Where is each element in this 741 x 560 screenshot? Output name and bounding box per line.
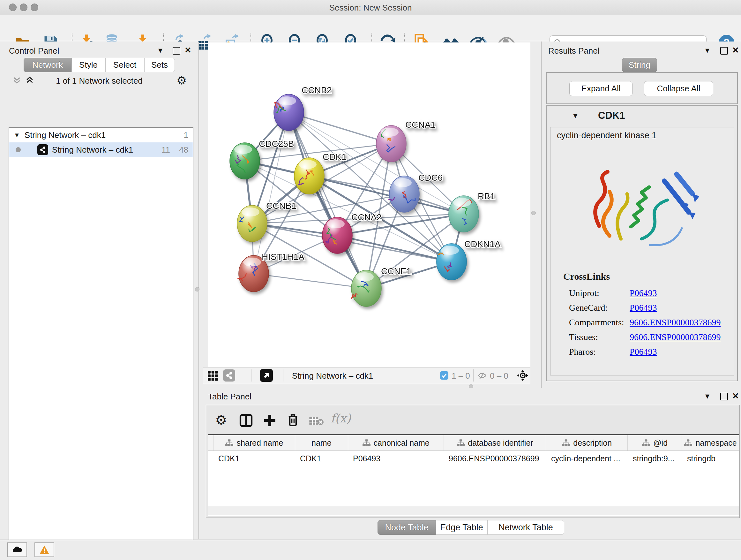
node-count: 11 [161, 145, 170, 155]
column-header-label: @id [653, 438, 668, 448]
horizontal-scrollbar[interactable] [208, 506, 739, 515]
crosslink-label: GeneCard: [569, 303, 630, 313]
column-header[interactable]: namespace [682, 435, 739, 450]
panel-float-icon[interactable] [720, 393, 728, 400]
splitter-handle[interactable] [195, 287, 199, 292]
column-type-icon [456, 439, 465, 447]
panel-close-icon[interactable]: ✕ [185, 45, 192, 55]
network-edge[interactable] [254, 273, 366, 288]
network-node-CDK1[interactable]: CDK1 [294, 152, 347, 194]
gene-description: cyclin-dependent kinase 1 [557, 131, 657, 140]
column-header-label: namespace [695, 438, 737, 448]
string-view-icon[interactable] [223, 369, 235, 381]
table-cell[interactable]: 9606.ENSP00000378699 [444, 451, 546, 466]
create-column-icon[interactable] [263, 414, 276, 428]
tab-style[interactable]: Style [71, 58, 105, 72]
tab-sets[interactable]: Sets [144, 58, 175, 72]
toolbar-separator [473, 369, 474, 381]
table-cell[interactable]: CDK1 [213, 451, 295, 466]
network-node-CCNE1[interactable]: CCNE1 [351, 266, 411, 307]
network-node-HIST1H1A[interactable]: HIST1H1A [238, 252, 305, 292]
crosslink-link[interactable]: P06493 [630, 347, 657, 357]
column-header[interactable]: canonical name [348, 435, 444, 450]
network-canvas[interactable]: CCNB2CCNA1CDC25BCDK1CDC6RB1CCNB1CCNA2CDK… [208, 43, 530, 367]
column-header[interactable]: database identifier [444, 435, 546, 450]
birds-eye-view-icon[interactable] [260, 369, 273, 382]
collapse-triangle-icon[interactable]: ▼ [14, 132, 20, 139]
tab-string[interactable]: String [622, 58, 657, 72]
network-edge[interactable] [289, 112, 366, 288]
warning-icon [39, 545, 50, 555]
node-table[interactable]: shared namenamecanonical namedatabase id… [208, 434, 739, 516]
column-header-label: canonical name [374, 438, 429, 448]
network-edge[interactable] [337, 235, 452, 262]
gene-detail-box: cyclin-dependent kinase 1 [550, 127, 734, 375]
panel-float-icon[interactable] [720, 47, 728, 55]
warning-button[interactable] [35, 543, 54, 557]
column-header-label: shared name [237, 438, 283, 448]
crosslink-label: Compartments: [569, 317, 630, 327]
network-node-RB1[interactable]: RB1 [449, 191, 495, 232]
crosslink-row: GeneCard:P06493 [569, 300, 729, 315]
collapse-all-button[interactable]: Collapse All [644, 81, 713, 96]
network-node-CCNA2[interactable]: CCNA2 [322, 212, 382, 253]
delete-table-icon[interactable] [309, 416, 324, 426]
tab-node-table[interactable]: Node Table [378, 520, 436, 535]
toolbar-separator [283, 369, 283, 381]
crosslink-row: Tissues:9606.ENSP00000378699 [569, 330, 729, 345]
crosslinks-heading: CrossLinks [563, 271, 610, 282]
network-node-CDKN1A[interactable]: CDKN1A [436, 239, 501, 280]
table-cell[interactable]: CDK1 [295, 451, 348, 466]
network-edge[interactable] [289, 112, 391, 144]
tab-network-table[interactable]: Network Table [487, 520, 564, 535]
string-network-graph[interactable]: CCNB2CCNA1CDC25BCDK1CDC6RB1CCNB1CCNA2CDK… [208, 43, 530, 367]
crosslink-link[interactable]: P06493 [630, 303, 657, 313]
table-cell[interactable]: P06493 [348, 451, 444, 466]
node-label-CCNA1: CCNA1 [405, 120, 435, 130]
crosslink-link[interactable]: 9606.ENSP00000378699 [630, 332, 721, 342]
crosslink-link[interactable]: 9606.ENSP00000378699 [630, 317, 721, 327]
function-builder-icon[interactable]: f(x) [331, 412, 351, 425]
column-header-label: name [312, 438, 332, 448]
column-header[interactable]: description [546, 435, 628, 450]
column-header[interactable]: @id [628, 435, 682, 450]
crosslink-link[interactable]: P06493 [630, 288, 657, 298]
splitter-handle[interactable] [531, 211, 536, 215]
network-node-CCNA1[interactable]: CCNA1 [376, 120, 435, 162]
table-row[interactable]: CDK1CDK1P064939606.ENSP00000378699cyclin… [208, 451, 739, 466]
panel-menu-icon[interactable]: ▾ [705, 391, 710, 401]
panel-close-icon[interactable]: ✕ [732, 391, 739, 401]
tab-network[interactable]: Network [23, 58, 71, 72]
selected-checkbox-icon[interactable] [440, 371, 448, 380]
panel-close-icon[interactable]: ✕ [732, 45, 739, 55]
protein-structure-image [586, 146, 700, 264]
node-label-RB1: RB1 [478, 191, 495, 201]
network-row-selected[interactable]: String Network – cdk1 11 48 [9, 142, 193, 157]
column-header[interactable]: name [295, 435, 348, 450]
network-edge[interactable] [254, 112, 289, 273]
panel-float-icon[interactable] [173, 47, 180, 55]
network-collection-row[interactable]: ▼ String Network – cdk1 1 [9, 128, 193, 142]
panel-menu-icon[interactable]: ▾ [158, 45, 162, 55]
table-options-gear-icon[interactable]: ⚙ [215, 412, 227, 428]
panel-menu-icon[interactable]: ▾ [705, 45, 710, 55]
tab-edge-table[interactable]: Edge Table [436, 520, 487, 535]
collapse-triangle-icon[interactable]: ▼ [572, 112, 579, 120]
grid-view-icon[interactable] [207, 370, 218, 381]
network-selected-status: 1 of 1 Network selected [0, 76, 199, 86]
expand-all-button[interactable]: Expand All [569, 81, 632, 96]
network-node-CCNB2[interactable]: CCNB2 [274, 85, 332, 131]
delete-column-icon[interactable] [286, 413, 299, 428]
show-columns-icon[interactable] [239, 414, 253, 428]
table-cell[interactable]: stringdb [682, 451, 739, 466]
network-node-CCNB1[interactable]: CCNB1 [237, 201, 296, 242]
column-header[interactable]: shared name [213, 435, 295, 450]
table-cell[interactable]: stringdb:9... [628, 451, 682, 466]
tab-select[interactable]: Select [105, 58, 144, 72]
fit-content-crosshair-icon[interactable] [517, 369, 529, 381]
cloud-button[interactable] [7, 543, 27, 557]
network-options-gear-icon[interactable]: ⚙ [177, 74, 187, 87]
column-type-icon [225, 439, 233, 447]
table-header-row: shared namenamecanonical namedatabase id… [208, 435, 739, 451]
table-cell[interactable]: cyclin-dependent ... [546, 451, 628, 466]
